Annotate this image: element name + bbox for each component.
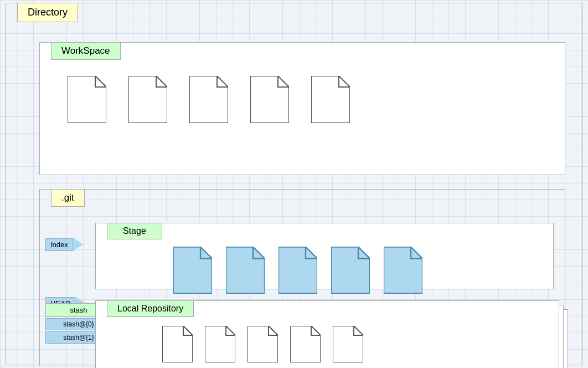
svg-marker-10: [162, 326, 193, 362]
workspace-section: WorkSpace: [39, 42, 565, 175]
svg-marker-9: [384, 247, 422, 294]
stage-file-1: [173, 247, 212, 294]
svg-marker-1: [128, 76, 167, 123]
stage-section: Stage: [95, 223, 554, 289]
svg-marker-14: [333, 326, 363, 362]
stage-file-5: [384, 247, 422, 294]
svg-marker-6: [226, 247, 265, 294]
stage-file-3: [278, 247, 317, 294]
stage-label: Stage: [107, 223, 162, 239]
git-section: .git Stage: [39, 189, 565, 366]
svg-marker-11: [205, 326, 235, 362]
svg-marker-0: [68, 76, 106, 123]
svg-marker-4: [311, 76, 350, 123]
index-arrow: Index: [45, 238, 83, 251]
stage-file-4: [331, 247, 370, 294]
git-label: .git: [51, 189, 85, 207]
directory-label: Directory: [17, 3, 78, 22]
local-repo-file-4: [290, 326, 321, 362]
index-label: Index: [45, 238, 73, 251]
index-arrow-tip: [73, 238, 83, 251]
workspace-label: WorkSpace: [51, 42, 121, 60]
svg-marker-8: [331, 247, 370, 294]
local-repo-file-2: [205, 326, 235, 362]
workspace-file-4: [250, 76, 289, 123]
workspace-files-row: [68, 76, 350, 123]
stage-file-2: [226, 247, 265, 294]
workspace-file-3: [189, 76, 228, 123]
svg-marker-13: [290, 326, 321, 362]
svg-marker-3: [250, 76, 289, 123]
local-repo-file-3: [247, 326, 278, 362]
svg-marker-7: [278, 247, 317, 294]
workspace-file-5: [311, 76, 350, 123]
svg-marker-2: [189, 76, 228, 123]
svg-marker-12: [247, 326, 278, 362]
stage-files-row: [173, 247, 422, 294]
workspace-file-1: [68, 76, 106, 123]
local-repo-file-5: [333, 326, 363, 362]
outer-container: Directory WorkSpace: [6, 3, 582, 365]
local-repo-section: Local Repository: [95, 300, 559, 368]
local-repo-files-row: [162, 326, 363, 362]
workspace-file-2: [128, 76, 167, 123]
local-repo-file-1: [162, 326, 193, 362]
local-repo-label: Local Repository: [107, 300, 194, 317]
svg-marker-5: [173, 247, 212, 294]
